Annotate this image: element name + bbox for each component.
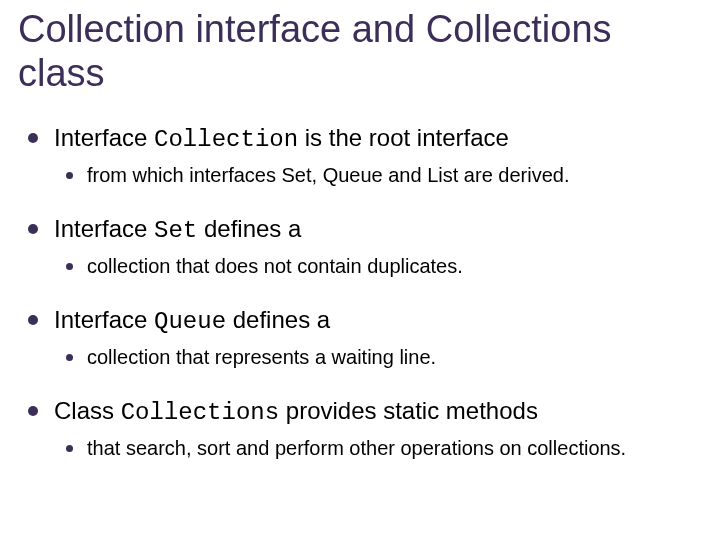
bullet-2-pre: Interface — [54, 215, 154, 242]
bullet-2-sub-text: collection that does not contain duplica… — [87, 254, 463, 279]
bullet-1: Interface Collection is the root interfa… — [28, 123, 702, 155]
bullet-icon — [28, 133, 38, 143]
bullet-1-pre: Interface — [54, 124, 154, 151]
slide: Collection interface and Collections cla… — [0, 0, 720, 540]
bullet-2-post: defines a — [197, 215, 301, 242]
bullet-icon — [66, 172, 73, 179]
bullet-4-sub: that search, sort and perform other oper… — [66, 436, 702, 461]
bullet-icon — [66, 263, 73, 270]
bullet-icon — [28, 406, 38, 416]
bullet-2: Interface Set defines a — [28, 214, 702, 246]
bullet-2-sub: collection that does not contain duplica… — [66, 254, 702, 279]
bullet-3-sub: collection that represents a waiting lin… — [66, 345, 702, 370]
bullet-4-post: provides static methods — [279, 397, 538, 424]
bullet-1-code: Collection — [154, 126, 298, 153]
bullet-icon — [66, 354, 73, 361]
bullet-1-sub: from which interfaces Set, Queue and Lis… — [66, 163, 702, 188]
bullet-4-text: Class Collections provides static method… — [54, 396, 538, 428]
bullet-4-sub-text: that search, sort and perform other oper… — [87, 436, 626, 461]
bullet-4: Class Collections provides static method… — [28, 396, 702, 428]
slide-title: Collection interface and Collections cla… — [18, 8, 702, 95]
bullet-2-code: Set — [154, 217, 197, 244]
bullet-3-pre: Interface — [54, 306, 154, 333]
bullet-1-post: is the root interface — [298, 124, 509, 151]
bullet-4-pre: Class — [54, 397, 121, 424]
bullet-3-sub-text: collection that represents a waiting lin… — [87, 345, 436, 370]
bullet-icon — [66, 445, 73, 452]
bullet-4-code: Collections — [121, 399, 279, 426]
bullet-icon — [28, 315, 38, 325]
bullet-3-text: Interface Queue defines a — [54, 305, 330, 337]
bullet-3-post: defines a — [226, 306, 330, 333]
bullet-icon — [28, 224, 38, 234]
bullet-1-sub-text: from which interfaces Set, Queue and Lis… — [87, 163, 569, 188]
bullet-2-text: Interface Set defines a — [54, 214, 301, 246]
bullet-3: Interface Queue defines a — [28, 305, 702, 337]
bullet-1-text: Interface Collection is the root interfa… — [54, 123, 509, 155]
bullet-3-code: Queue — [154, 308, 226, 335]
